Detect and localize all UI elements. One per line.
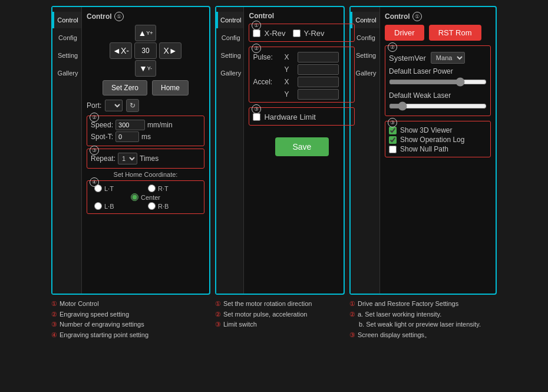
show3d-checkbox[interactable]: [389, 127, 397, 134]
radio-rb: R·B: [148, 202, 197, 210]
panel1-title-row: Control ①: [87, 12, 204, 21]
panel3-sidebar: Control Config Setting Gallery: [351, 7, 380, 294]
sidebar-item-gallery-1[interactable]: Gallery: [52, 65, 81, 81]
sidebar-item-control-1[interactable]: Control: [52, 12, 81, 28]
radio-rt-input[interactable]: [148, 185, 156, 192]
hw-limit-checkbox[interactable]: [253, 113, 260, 121]
spot-row: Spot-T: ms: [91, 131, 200, 142]
desc2-3-text: Limit switch: [223, 319, 257, 330]
speed-section: ② Speed: mm/min Spot-T: ms: [87, 116, 204, 146]
panel2-content: Control ① X-Rev Y-Rev: [244, 7, 359, 294]
spot-input[interactable]: [115, 131, 139, 142]
radio-lb-input[interactable]: [94, 202, 102, 210]
panel1-content: Control ① ▲Y+ ◄X- 30 X►: [82, 7, 209, 294]
hw-limit-row: Hardware Limit: [253, 113, 351, 121]
xrev-label: X-Rev: [264, 29, 285, 38]
panel2-title-row: Control: [249, 12, 355, 20]
speed-unit: mm/min: [147, 121, 173, 129]
sidebar-item-control-3[interactable]: Control: [351, 12, 379, 28]
save-btn[interactable]: Save: [275, 137, 329, 156]
speed-input[interactable]: [115, 120, 145, 130]
radio-rb-label: R·B: [158, 203, 169, 210]
xrev-checkbox[interactable]: [253, 29, 260, 37]
shownull-checkbox[interactable]: [389, 146, 397, 153]
laser-power-slider[interactable]: [389, 77, 487, 87]
repeat-row: Repeat: 1235 Times: [91, 153, 200, 164]
hw-limit-badge: ③: [252, 104, 261, 114]
panel3-wrapper: Control Config Setting Gallery Control ①: [349, 6, 497, 340]
panel3-badge: ①: [412, 12, 422, 21]
sidebar-item-config-1[interactable]: Config: [52, 29, 81, 46]
sysver-label: SystemVer: [389, 54, 426, 62]
desc2-2: ② Set motor pulse, acceleration: [215, 309, 345, 319]
sidebar-item-gallery-2[interactable]: Gallery: [216, 65, 243, 81]
set-zero-btn[interactable]: Set Zero: [103, 80, 147, 95]
xrev-row: X-Rev: [253, 29, 285, 38]
desc1-2-text: Engraving speed setting: [60, 309, 129, 319]
radio-rb-input[interactable]: [148, 202, 156, 210]
weak-laser-slider[interactable]: [389, 101, 487, 111]
desc2-1: ① Set the motor rotation direction: [215, 299, 345, 309]
hw-limit-label: Hardware Limit: [264, 113, 315, 121]
desc2-3: ③ Limit switch: [215, 319, 345, 330]
rst-btn[interactable]: RST Rom: [429, 25, 481, 41]
panel1-badge: ①: [114, 12, 124, 21]
panel3-title: Control: [385, 12, 410, 21]
panel2-desc: ① Set the motor rotation direction ② Set…: [215, 298, 345, 330]
display-section-badge: ③: [388, 118, 397, 127]
display-section: ③ Show 3D Viewer Show Operation Log Show…: [385, 121, 491, 157]
desc3-2b: b. Set weak light or preview laser inten…: [349, 319, 497, 330]
home-btn[interactable]: Home: [152, 80, 189, 95]
main-container: Control Config Setting Gallery Control ①: [0, 0, 548, 392]
pulse-x-input[interactable]: [298, 52, 339, 62]
yrev-checkbox[interactable]: [293, 29, 301, 37]
sidebar-item-config-3[interactable]: Config: [351, 29, 379, 46]
radio-lt-label: L·T: [104, 185, 114, 192]
sidebar-item-setting-3[interactable]: Setting: [351, 47, 379, 64]
jog-right-btn[interactable]: X►: [159, 42, 181, 59]
repeat-unit: Times: [140, 154, 159, 163]
sidebar-item-config-2[interactable]: Config: [216, 29, 243, 46]
spot-label: Spot-T:: [91, 133, 113, 141]
accel-x-input[interactable]: [298, 77, 339, 87]
sysver-select[interactable]: Mana: [431, 52, 465, 64]
repeat-select[interactable]: 1235: [118, 153, 137, 164]
sidebar-item-control-2[interactable]: Control: [216, 12, 243, 28]
accel-x-label: X: [284, 78, 296, 86]
accel-y-input[interactable]: [298, 89, 339, 100]
radio-rt-label: R·T: [158, 185, 169, 192]
desc1-3: ③ Number of engraving settings: [51, 319, 210, 330]
hw-limit-section: ③ Hardware Limit: [249, 107, 355, 126]
sidebar-item-gallery-3[interactable]: Gallery: [351, 65, 379, 81]
radio-lb: L·B: [94, 202, 143, 210]
panel1-desc: ① Motor Control ② Engraving speed settin…: [51, 298, 210, 340]
panel1-title: Control: [87, 12, 112, 21]
laser-section-badge: ②: [388, 42, 397, 52]
jog-down-btn[interactable]: ▼Y-: [135, 60, 156, 77]
desc3-2: ② a. Set laser working intensity.: [349, 309, 497, 319]
desc2-1-text: Set the motor rotation direction: [223, 299, 312, 309]
radio-lb-label: L·B: [104, 203, 114, 210]
refresh-btn[interactable]: ↻: [126, 99, 139, 112]
pulse-section: ② Pulse: X Y Accel: X: [249, 47, 355, 103]
spot-unit: ms: [141, 133, 151, 141]
home-coord-label: Set Home Coordinate:: [87, 171, 204, 178]
sidebar-item-setting-2[interactable]: Setting: [216, 47, 243, 64]
home-coord-section: ④ L·T R·T: [87, 180, 204, 214]
port-select[interactable]: [105, 100, 123, 111]
pulse-y-input[interactable]: [298, 64, 339, 75]
port-row: Port: ↻: [87, 99, 204, 112]
radio-center-row: Center: [91, 193, 200, 201]
showop-row: Show Operation Log: [389, 136, 487, 144]
desc2-2-text: Set motor pulse, acceleration: [223, 309, 307, 319]
sidebar-item-setting-1[interactable]: Setting: [52, 47, 81, 64]
radio-grid: L·T R·T: [94, 185, 197, 192]
jog-left-btn[interactable]: ◄X-: [110, 42, 132, 59]
panel2-sidebar: Control Config Setting Gallery: [216, 7, 244, 294]
desc3-1-text: Drive and Restore Factory Settings: [358, 299, 458, 309]
showop-checkbox[interactable]: [389, 136, 397, 144]
radio-center-input[interactable]: [131, 193, 138, 201]
pulse-label: Pulse:: [253, 53, 282, 61]
driver-btn[interactable]: Driver: [385, 25, 424, 41]
jog-up-btn[interactable]: ▲Y+: [135, 25, 156, 41]
